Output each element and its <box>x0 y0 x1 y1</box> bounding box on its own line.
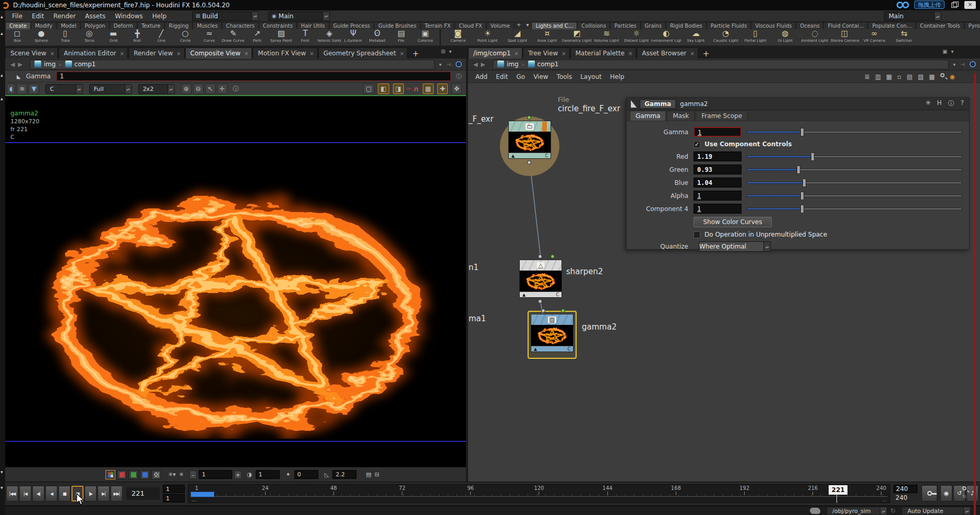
pane-menu-caret-icon[interactable]: ▾ <box>449 49 451 54</box>
shelf-tab[interactable]: Modify <box>31 22 56 29</box>
gain-plus-button[interactable]: + <box>234 471 242 479</box>
single-view-icon[interactable]: ▢ <box>363 84 374 94</box>
blue-slider[interactable] <box>747 179 962 187</box>
close-tab-icon[interactable]: × <box>244 51 248 56</box>
shelf-tool[interactable]: ☀ Point Light <box>473 29 503 45</box>
current-frame-display[interactable]: 221 <box>126 487 160 500</box>
shelf-tab[interactable]: Muscles <box>193 22 222 29</box>
recook-icon[interactable]: ↻ <box>890 507 895 514</box>
close-tab-icon[interactable]: × <box>400 51 404 56</box>
shelf-tool[interactable]: ↗ Path <box>245 29 269 45</box>
shelf-tool[interactable]: ¤ Area Light <box>532 29 562 45</box>
shelf-tool[interactable]: ◙ Camera <box>443 29 473 45</box>
restore-window-button[interactable] <box>949 1 960 9</box>
network-toolbar-icon[interactable]: ≣ <box>865 73 870 80</box>
range-grip-left[interactable]: ⋯ <box>192 498 196 504</box>
shelf-tool[interactable]: Ψ L-System <box>341 29 365 45</box>
split-snap-icon[interactable]: ✚ <box>437 84 448 94</box>
pane-pin-icon[interactable]: ⊞ <box>441 49 445 54</box>
shelf-tab[interactable]: Texture <box>137 22 165 29</box>
viewer-flag-icon[interactable]: ◣ <box>17 74 21 79</box>
add-shelf-tab-button[interactable]: + <box>514 22 523 29</box>
shelf-tool[interactable]: ╋ Null <box>125 29 149 45</box>
close-tab-icon[interactable]: × <box>628 51 632 56</box>
shelf-tool[interactable]: ╱ Line <box>149 29 173 45</box>
transport-button[interactable]: ■ <box>58 486 70 501</box>
node-display-flag[interactable]: ▲ <box>511 154 515 158</box>
shelf-tool[interactable]: ▯ Tube <box>53 29 77 45</box>
slider-handle[interactable] <box>811 153 815 161</box>
shelf-tool[interactable]: ◢ Spot Light <box>503 29 532 45</box>
new-pane-tab-button[interactable]: + <box>699 49 714 58</box>
pane-tab[interactable]: /img/comp1× <box>468 48 522 58</box>
network-toolbar-icon[interactable]: ▧ <box>918 73 924 80</box>
quantize-selector[interactable]: Where Optimal ▴▾ <box>699 241 771 252</box>
grid-snap-icon[interactable]: ▦ <box>423 84 434 94</box>
home-view-icon[interactable]: ↖ <box>205 84 216 94</box>
display-gamma-field[interactable]: 2.2 <box>332 470 356 479</box>
spinner-icon[interactable]: ▴▾ <box>963 507 970 514</box>
pane-tab[interactable]: Composite View× <box>185 48 253 58</box>
pane-tab[interactable]: Asset Browser× <box>637 48 698 58</box>
transport-button[interactable]: |▶ <box>85 486 97 501</box>
pane-menu-caret-icon[interactable]: ▾ <box>951 49 953 54</box>
unpremultiplied-checkbox[interactable] <box>694 231 700 238</box>
path-dropdown-caret-icon[interactable]: ▾ <box>439 62 441 67</box>
update-mode-selector[interactable]: Auto Update ▴▾ <box>902 507 971 515</box>
flipbook-icon[interactable]: ⊟ <box>375 471 379 478</box>
component4-slider[interactable] <box>747 205 962 213</box>
gain-minus-button[interactable]: - <box>189 471 197 479</box>
shelf-tab[interactable]: Populate Con... <box>868 22 916 29</box>
menu-item[interactable]: Edit <box>27 11 49 21</box>
network-toolbar-icon[interactable]: ▥ <box>875 73 881 80</box>
shelf-tab[interactable]: Deform <box>110 22 137 29</box>
shelf-tool[interactable]: ◍ GI Light <box>770 29 800 45</box>
range-start-field[interactable]: 1 <box>163 485 185 493</box>
red-value-input[interactable]: 1.19 <box>694 151 742 161</box>
network-menu-item[interactable]: Tools <box>553 72 577 82</box>
zoom-timeline-icon[interactable] <box>962 486 966 490</box>
show-color-curves-button[interactable]: Show Color Curves <box>694 217 772 227</box>
shelf-tab[interactable]: Viscous Fluids <box>751 22 796 29</box>
shelf-tab[interactable]: Volume <box>486 22 514 29</box>
radial-menu-icon[interactable] <box>456 61 462 67</box>
shelf-tool[interactable]: ◎ Torus <box>77 29 101 45</box>
node-file[interactable]: 🗀 ▲C <box>508 121 551 159</box>
shelf-tool[interactable]: ◔ Caustic Light <box>711 29 740 45</box>
menu-item[interactable]: File <box>7 11 27 21</box>
slider-handle[interactable] <box>800 205 804 213</box>
radial-menu-selector[interactable]: ◉ Main ▴▾ <box>268 11 330 21</box>
resolution-selector[interactable]: Full▴▾ <box>89 84 132 94</box>
message-log-icon[interactable] <box>810 508 820 514</box>
path-breadcrumb[interactable]: img › comp1 <box>30 60 435 69</box>
shelf-tool[interactable]: ▣ Colorize <box>413 29 437 45</box>
shelf-tab[interactable]: Guide Process <box>329 22 374 29</box>
alpha-channel-button[interactable] <box>151 470 161 479</box>
shelf-tool[interactable]: ∞ VR Camera <box>859 29 889 45</box>
gain-field[interactable]: 1 <box>199 470 232 479</box>
info-icon[interactable]: ⓘ <box>233 85 239 93</box>
pin-pane-icon[interactable]: ⊣ <box>446 62 451 67</box>
menu-item[interactable]: Assets <box>80 11 110 21</box>
close-tab-icon[interactable]: × <box>561 51 566 56</box>
close-tab-icon[interactable]: × <box>309 51 314 56</box>
node-display-flag[interactable]: ▲ <box>522 292 525 297</box>
network-toolbar-icon[interactable]: ▦ <box>886 73 892 80</box>
parameter-header-icon[interactable]: ⓘ <box>948 99 954 108</box>
parameter-header-icon[interactable]: ✳ <box>926 99 931 108</box>
red-slider[interactable] <box>747 153 962 161</box>
spinner-icon[interactable]: ▴▾ <box>880 507 887 514</box>
pane-tab[interactable]: Material Palette× <box>570 48 637 58</box>
node-output-dot[interactable] <box>538 299 542 303</box>
node-name-field[interactable]: gamma2 <box>680 100 708 108</box>
zoom-out-icon[interactable]: ⊖ <box>193 84 204 94</box>
shelf-tool[interactable]: ▬ Grid <box>101 29 125 45</box>
preview-icon[interactable]: ▼ <box>29 84 39 94</box>
quad-view-icon[interactable]: ◨ <box>393 84 404 94</box>
shelf-tab[interactable]: Oceans <box>796 22 823 29</box>
layers-icon[interactable]: ≋ <box>17 84 27 94</box>
help-icon[interactable]: ⓘ <box>456 73 462 80</box>
path-dropdown-caret-icon[interactable]: ▾ <box>953 62 955 67</box>
parameter-tab[interactable]: Gamma <box>630 111 666 121</box>
search-icon[interactable] <box>940 73 945 77</box>
